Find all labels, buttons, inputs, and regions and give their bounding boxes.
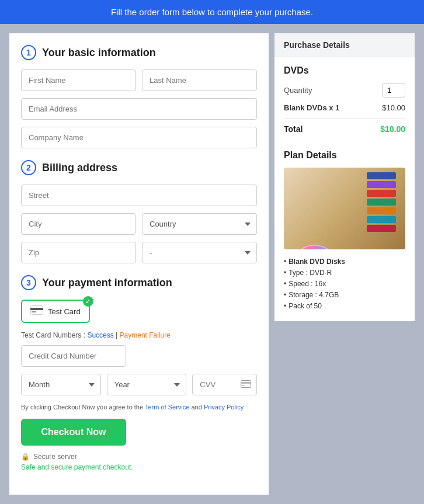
section3-title-row: 3 Your payment information — [21, 275, 257, 290]
svg-rect-1 — [30, 308, 43, 310]
main-content: 1 Your basic information 2 Billi — [0, 24, 424, 504]
card-check-badge: ✓ — [83, 296, 93, 307]
name-row — [21, 69, 257, 91]
page-wrapper: Fill the order form below to complete yo… — [0, 0, 424, 504]
street-row — [21, 185, 257, 206]
company-input[interactable] — [21, 127, 257, 148]
month-select[interactable]: Month — [21, 374, 101, 395]
right-panel: Purchase Details DVDs Quantity Blank DVD… — [274, 33, 415, 321]
card-icon — [30, 305, 43, 317]
failure-link[interactable]: Payment Failure — [120, 331, 171, 339]
total-row: Total $10.00 — [284, 118, 405, 134]
plan-details-title: Plan Details — [284, 150, 405, 161]
plan-details-section: Plan Details — [274, 142, 415, 321]
left-panel: 1 Your basic information 2 Billi — [9, 33, 269, 495]
section2-number: 2 — [21, 160, 36, 175]
feature-item-2: Type : DVD-R — [284, 269, 405, 277]
card-option[interactable]: Test Card ✓ — [21, 300, 90, 323]
svg-rect-3 — [241, 380, 251, 387]
privacy-link[interactable]: Privacy Policy — [204, 404, 244, 411]
expiry-cvv-row: Month Year — [21, 374, 257, 395]
dvd-image — [284, 168, 405, 249]
quantity-input[interactable] — [382, 83, 405, 98]
email-input[interactable] — [21, 98, 257, 120]
street-input[interactable] — [21, 185, 257, 206]
test-card-info: Test Card Numbers : Success | Payment Fa… — [21, 331, 257, 339]
cvv-card-icon — [241, 380, 251, 390]
feature-item-4: Storage : 4.7GB — [284, 291, 405, 299]
feature-item-3: Speed : 16x — [284, 280, 405, 288]
section3-number: 3 — [21, 275, 36, 290]
quantity-row: Quantity — [284, 83, 405, 98]
total-label: Total — [284, 124, 303, 134]
last-name-input[interactable] — [142, 69, 257, 91]
company-row — [21, 127, 257, 148]
total-value: $10.00 — [380, 124, 405, 134]
lock-icon: 🔒 — [21, 453, 30, 461]
feature-text-2: Type : DVD-R — [289, 269, 332, 277]
section-basic-info: 1 Your basic information — [21, 45, 257, 148]
safe-text: Safe and secure payment checkout. — [21, 463, 257, 471]
section-payment: 3 Your payment information Test Card ✓ — [21, 275, 257, 471]
purchase-body: DVDs Quantity Blank DVDs x 1 $10.00 Tota… — [274, 57, 415, 142]
terms-text: By clicking Checkout Now you agree to th… — [21, 404, 257, 411]
state-select[interactable]: - — [142, 242, 257, 263]
section3-heading: Your payment information — [42, 277, 172, 289]
section-billing: 2 Billing address Country - — [21, 160, 257, 263]
plan-features-list: Blank DVD Disks Type : DVD-R Speed : 16x… — [284, 258, 405, 310]
year-select[interactable]: Year — [107, 374, 187, 395]
quantity-label: Quantity — [284, 86, 312, 95]
email-row — [21, 98, 257, 120]
test-card-label: Test Card Numbers : — [21, 331, 85, 339]
cc-number-row — [21, 345, 257, 367]
card-label: Test Card — [48, 307, 81, 316]
zip-input[interactable] — [21, 242, 136, 263]
svg-rect-2 — [32, 311, 36, 312]
top-banner: Fill the order form below to complete yo… — [0, 0, 424, 24]
svg-rect-5 — [241, 385, 245, 386]
item-price: $10.00 — [382, 103, 405, 112]
section1-number: 1 — [21, 45, 36, 60]
feature-text-4: Storage : 4.7GB — [289, 291, 339, 299]
cc-number-input[interactable] — [21, 345, 126, 367]
item-price-row: Blank DVDs x 1 $10.00 — [284, 103, 405, 112]
feature-item-5: Pack of 50 — [284, 302, 405, 310]
item-label: Blank DVDs x 1 — [284, 103, 339, 112]
section1-heading: Your basic information — [42, 47, 156, 59]
cvv-wrapper — [192, 374, 257, 395]
secure-server-text: Secure server — [33, 453, 77, 461]
safe-after: checkout. — [103, 463, 133, 471]
section2-heading: Billing address — [42, 162, 117, 174]
banner-text: Fill the order form below to complete yo… — [111, 7, 313, 17]
city-input[interactable] — [21, 213, 136, 235]
section2-title-row: 2 Billing address — [21, 160, 257, 175]
safe-highlight: secure payment — [51, 463, 100, 471]
terms-middle: and — [191, 404, 203, 411]
dvd-title: DVDs — [284, 65, 405, 76]
zip-state-row: - — [21, 242, 257, 263]
country-select[interactable]: Country — [142, 213, 257, 235]
secure-info: 🔒 Secure server — [21, 453, 257, 461]
section1-title-row: 1 Your basic information — [21, 45, 257, 60]
feature-text-5: Pack of 50 — [289, 302, 322, 310]
safe-before: Safe and — [21, 463, 51, 471]
purchase-header: Purchase Details — [274, 33, 415, 57]
first-name-input[interactable] — [21, 69, 136, 91]
checkout-button[interactable]: Checkout Now — [21, 419, 126, 446]
feature-text-3: Speed : 16x — [289, 280, 326, 288]
feature-text-1: Blank DVD Disks — [289, 258, 345, 266]
success-link[interactable]: Success — [87, 331, 113, 339]
feature-item-1: Blank DVD Disks — [284, 258, 405, 266]
dvd-cases-stack — [367, 172, 396, 232]
tos-link[interactable]: Term of Service — [145, 404, 189, 411]
svg-rect-4 — [241, 382, 251, 384]
city-country-row: Country — [21, 213, 257, 235]
terms-prefix: By clicking Checkout Now you agree to th… — [21, 404, 145, 411]
